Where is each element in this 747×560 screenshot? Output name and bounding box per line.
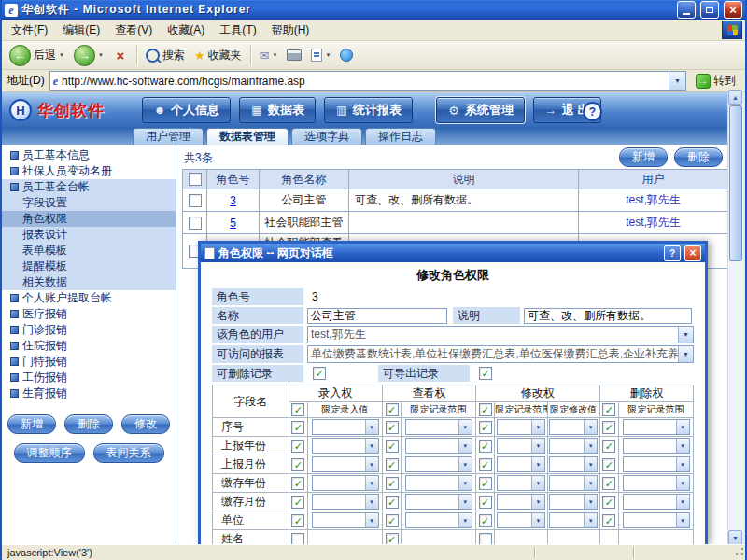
sidebar-item[interactable]: 门特报销	[2, 354, 176, 370]
entry-perm-checkbox[interactable]	[291, 458, 304, 471]
nav-statistics-button[interactable]: 统计报表	[324, 97, 413, 123]
address-dropdown-icon[interactable]	[669, 72, 685, 90]
sidebar-item[interactable]: 工伤报销	[2, 370, 176, 385]
nav-personal-info-button[interactable]: 个人信息	[142, 97, 231, 123]
entry-perm-checkbox[interactable]	[291, 440, 304, 453]
help-icon[interactable]	[583, 102, 602, 121]
scroll-up-arrow[interactable]	[728, 90, 742, 105]
sidebar-item[interactable]: 员工基金台帐	[2, 179, 176, 195]
back-button[interactable]: 后退	[6, 43, 68, 68]
modify-range-select[interactable]	[497, 494, 545, 510]
delete-limit-select[interactable]	[623, 512, 690, 528]
add-role-button[interactable]: 新增	[619, 147, 668, 167]
nav-system-admin-button[interactable]: 系统管理	[436, 97, 525, 123]
tab-table-management[interactable]: 数据表管理	[206, 128, 289, 145]
select-all-checkbox[interactable]	[189, 173, 202, 186]
maximize-button[interactable]	[700, 1, 719, 19]
entry-limit-select[interactable]	[312, 494, 379, 510]
modify-perm-checkbox[interactable]	[479, 421, 492, 434]
sidebar-item[interactable]: 门诊报销	[2, 322, 176, 338]
delete-perm-checkbox[interactable]	[602, 514, 615, 527]
modify-value-select[interactable]	[549, 419, 598, 435]
delete-limit-select[interactable]	[623, 456, 690, 472]
tab-option-dictionary[interactable]: 选项字典	[291, 128, 362, 145]
edit-dropdown-icon[interactable]	[325, 52, 331, 58]
tab-operation-log[interactable]: 操作日志	[365, 128, 436, 145]
menu-file[interactable]: 文件(F)	[4, 21, 55, 40]
delete-limit-select[interactable]	[623, 475, 690, 491]
address-url[interactable]: http://www.hc-software.com/hcgis/mainfra…	[62, 75, 665, 88]
menu-edit[interactable]: 编辑(E)	[55, 21, 107, 40]
dialog-close-button[interactable]	[684, 245, 701, 261]
sidebar-item[interactable]: 相关数据	[2, 274, 176, 290]
print-button[interactable]	[283, 48, 305, 63]
minimize-button[interactable]	[677, 1, 696, 19]
delete-limit-select[interactable]	[623, 438, 690, 454]
sidebar-modify-button[interactable]: 修改	[121, 414, 170, 434]
sidebar-item[interactable]: 医疗报销	[2, 306, 176, 322]
view-perm-checkbox[interactable]	[386, 440, 399, 453]
dialog-help-button[interactable]	[664, 245, 681, 261]
sidebar-item[interactable]: 员工基本信息	[2, 147, 176, 163]
modify-range-select[interactable]	[497, 438, 545, 454]
entry-perm-checkbox[interactable]	[291, 496, 304, 509]
sidebar-item[interactable]: 字段设置	[2, 195, 176, 211]
row-checkbox[interactable]	[189, 194, 202, 207]
sidebar-delete-button[interactable]: 删除	[64, 414, 113, 434]
can-delete-checkbox[interactable]	[313, 367, 326, 380]
modify-perm-checkbox[interactable]	[479, 440, 492, 453]
favorites-button[interactable]: 收藏夹	[190, 46, 246, 65]
entry-limit-select[interactable]	[312, 456, 379, 472]
modify-value-select[interactable]	[549, 456, 598, 472]
modify-value-select[interactable]	[549, 438, 598, 454]
role-users-select[interactable]: test,郭先生	[307, 326, 694, 343]
limit-view-all-checkbox[interactable]	[386, 403, 399, 416]
address-input[interactable]: http://www.hc-software.com/hcgis/mainfra…	[49, 71, 686, 91]
modify-perm-checkbox[interactable]	[479, 496, 492, 509]
close-button[interactable]	[724, 1, 742, 19]
vertical-scrollbar[interactable]	[727, 90, 743, 545]
modify-value-select[interactable]	[549, 475, 598, 491]
entry-limit-select[interactable]	[312, 438, 379, 454]
sidebar-item[interactable]: 住院报销	[2, 338, 176, 354]
sidebar-item[interactable]: 社保人员变动名册	[2, 163, 176, 179]
delete-perm-checkbox[interactable]	[602, 421, 615, 434]
entry-perm-checkbox[interactable]	[291, 477, 304, 490]
delete-perm-checkbox[interactable]	[602, 477, 615, 490]
view-limit-select[interactable]	[405, 438, 472, 454]
entry-perm-checkbox[interactable]	[291, 421, 304, 434]
sidebar-item[interactable]: 生育报销	[2, 385, 176, 401]
dropdown-arrow-icon[interactable]	[678, 346, 693, 362]
delete-role-button[interactable]: 删除	[674, 147, 723, 167]
modify-range-select[interactable]	[497, 419, 545, 435]
sidebar-item[interactable]: 个人账户提取台帐	[2, 290, 176, 306]
role-id-link[interactable]: 5	[230, 217, 236, 230]
mail-button[interactable]	[256, 48, 282, 63]
view-perm-checkbox[interactable]	[386, 496, 399, 509]
view-perm-checkbox[interactable]	[386, 477, 399, 490]
resize-grip[interactable]	[732, 546, 745, 559]
reports-select[interactable]: 单位缴费基数统计表,单位社保缴费汇总表,单位医保缴费汇总表,企业补充养老金明细表…	[307, 345, 694, 363]
delete-perm-checkbox[interactable]	[602, 440, 615, 453]
role-desc-input[interactable]	[524, 308, 692, 324]
modify-range-select[interactable]	[497, 456, 545, 472]
sidebar-item[interactable]: 角色权限	[2, 211, 176, 227]
sidebar-item[interactable]: 表单模板	[2, 243, 176, 259]
scroll-down-arrow[interactable]	[728, 530, 742, 545]
view-limit-select[interactable]	[405, 475, 472, 491]
row-checkbox[interactable]	[189, 217, 202, 230]
view-perm-checkbox[interactable]	[386, 458, 399, 471]
limit-delete-all-checkbox[interactable]	[602, 403, 615, 416]
scrollbar-thumb[interactable]	[729, 105, 742, 261]
forward-button[interactable]	[70, 43, 107, 68]
forward-dropdown-icon[interactable]	[98, 52, 104, 58]
limit-modify-all-checkbox[interactable]	[479, 403, 492, 416]
view-perm-checkbox[interactable]	[386, 514, 399, 527]
view-limit-select[interactable]	[405, 456, 472, 472]
delete-limit-select[interactable]	[623, 419, 690, 435]
edit-button[interactable]	[307, 47, 334, 63]
stop-button[interactable]	[109, 46, 132, 64]
view-limit-select[interactable]	[405, 419, 472, 435]
sidebar-add-button[interactable]: 新增	[7, 414, 56, 434]
dropdown-arrow-icon[interactable]	[678, 327, 693, 343]
